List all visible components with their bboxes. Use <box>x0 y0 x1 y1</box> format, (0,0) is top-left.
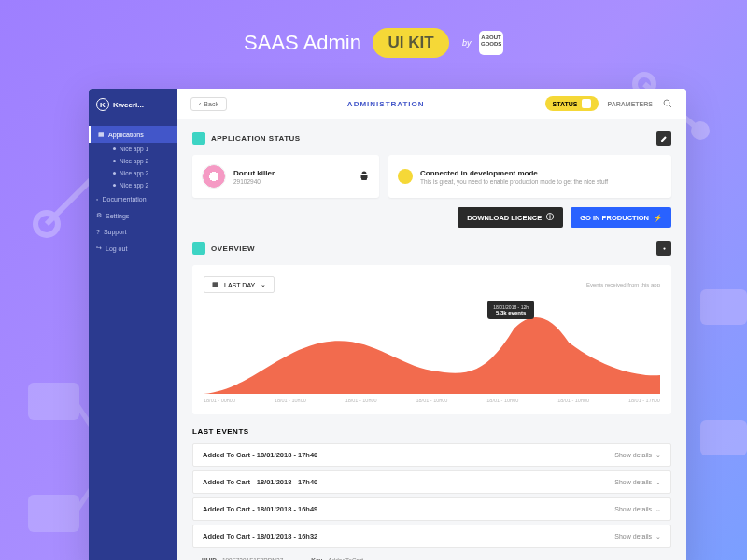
sidebar-item-applications[interactable]: ▦Applications <box>89 126 177 143</box>
event-row[interactable]: Added To Cart - 18/01/2018 - 16h49Show d… <box>192 497 671 521</box>
download-licence-button[interactable]: DOWNLOAD LICENCEⓘ <box>458 207 563 228</box>
sidebar-item-settings[interactable]: ⚙Settings <box>89 207 177 224</box>
status-dot-icon <box>398 169 413 184</box>
sidebar-sub-app3[interactable]: Nice app 2 <box>106 167 177 179</box>
section-title-status: APPLICATION STATUS <box>211 134 651 143</box>
event-row[interactable]: Added To Cart - 18/01/2018 - 16h32Show d… <box>192 525 671 548</box>
sidebar: K Kweeri... ▦Applications Nice app 1 Nic… <box>89 89 177 560</box>
period-select[interactable]: ▦LAST DAY⌄ <box>204 276 275 293</box>
section-title-overview: OVERVIEW <box>211 245 651 253</box>
show-details[interactable]: Show details⌄ <box>614 506 661 513</box>
chevron-down-icon: ⌄ <box>655 533 661 540</box>
page-title: ADMINISTRATION <box>236 100 536 108</box>
info-icon: ⓘ <box>546 213 554 222</box>
event-row[interactable]: Added To Cart - 18/01/2018 - 17h40Show d… <box>192 470 671 494</box>
chart-legend: Events received from this app <box>586 282 660 287</box>
search-icon[interactable] <box>662 98 673 109</box>
donut-icon <box>202 164 226 189</box>
sidebar-sub-app4[interactable]: Nice app 2 <box>106 179 177 191</box>
svg-rect-7 <box>28 495 79 532</box>
back-button[interactable]: ‹Back <box>190 97 227 111</box>
sidebar-item-documentation[interactable]: ▫Documentation <box>89 191 177 207</box>
chart-tooltip: 18/01/2018 - 12h 5,3k events <box>487 301 534 319</box>
svg-point-5 <box>691 121 710 140</box>
event-expanded: UUID198F7381F1F8PDN37 KeyAddedToCart <box>192 552 671 560</box>
show-details[interactable]: Show details⌄ <box>614 533 661 540</box>
x-axis-labels: 18/01 - 00h0018/01 - 10h0018/01 - 10h001… <box>204 398 660 403</box>
chevron-left-icon: ‹ <box>199 101 201 107</box>
events-title: LAST EVENTS <box>192 427 671 436</box>
svg-line-14 <box>669 105 672 108</box>
app-name: Donut killer <box>233 169 275 177</box>
main: ‹Back ADMINISTRATION STATUS PARAMETERS A… <box>177 89 686 560</box>
chevron-down-icon: ⌄ <box>261 281 266 288</box>
android-icon <box>359 170 370 183</box>
edit-button[interactable] <box>656 131 671 146</box>
connection-title: Connected in development mode <box>420 169 608 177</box>
promo-header: SAAS Admin UI KIT by ABOUT GOODS <box>0 0 747 75</box>
chart-area: 18/01/2018 - 12h 5,3k events <box>204 301 660 394</box>
calendar-icon: ▦ <box>212 281 218 288</box>
chevron-down-icon: ⌄ <box>655 452 661 459</box>
go-production-button[interactable]: GO IN PRODUCTION⚡ <box>571 207 671 228</box>
app-card: Donut killer 29102940 <box>192 155 379 198</box>
promo-logo: ABOUT GOODS <box>479 31 503 55</box>
settings-button[interactable] <box>656 241 671 256</box>
svg-rect-12 <box>700 420 747 455</box>
svg-rect-6 <box>28 383 79 420</box>
topbar: ‹Back ADMINISTRATION STATUS PARAMETERS <box>177 89 686 119</box>
promo-title: SAAS Admin <box>244 31 361 55</box>
sidebar-sub-app1[interactable]: Nice app 1 <box>106 143 177 155</box>
chevron-down-icon: ⌄ <box>655 479 661 486</box>
brand-icon: K <box>96 98 109 111</box>
show-details[interactable]: Show details⌄ <box>614 452 661 459</box>
event-row[interactable]: Added To Cart - 18/01/2018 - 17h40Show d… <box>192 443 671 467</box>
chart-card: ▦LAST DAY⌄ Events received from this app… <box>192 265 671 414</box>
connection-sub: This is great, you need to enable produc… <box>420 178 608 185</box>
svg-point-15 <box>663 247 665 249</box>
app-id: 29102940 <box>233 178 275 185</box>
sidebar-sub-app2[interactable]: Nice app 2 <box>106 155 177 167</box>
promo-pill: UI KIT <box>373 28 448 58</box>
chevron-down-icon: ⌄ <box>655 506 661 513</box>
brand-name: Kweeri... <box>113 101 144 109</box>
section-icon <box>192 132 205 145</box>
status-square-icon <box>582 99 591 108</box>
bolt-icon: ⚡ <box>654 214 662 222</box>
brand: K Kweeri... <box>89 98 177 120</box>
section-icon <box>192 242 205 255</box>
promo-by: by <box>462 38 472 48</box>
sidebar-item-logout[interactable]: ↪Log out <box>89 240 177 257</box>
status-pill[interactable]: STATUS <box>545 96 599 111</box>
app-window: K Kweeri... ▦Applications Nice app 1 Nic… <box>89 89 686 560</box>
svg-point-13 <box>664 100 669 105</box>
parameters-link[interactable]: PARAMETERS <box>608 101 653 107</box>
connection-card: Connected in development mode This is gr… <box>388 155 671 198</box>
svg-rect-11 <box>700 289 747 325</box>
sidebar-item-support[interactable]: ?Support <box>89 224 177 240</box>
show-details[interactable]: Show details⌄ <box>614 479 661 486</box>
